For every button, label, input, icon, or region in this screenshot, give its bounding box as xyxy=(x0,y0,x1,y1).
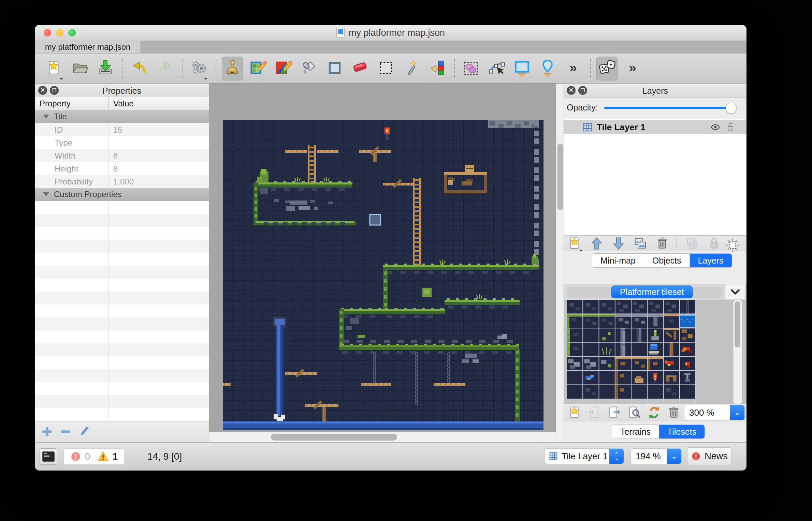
overflow-button[interactable]: » xyxy=(563,57,584,80)
opacity-row: Opacity: xyxy=(566,100,745,116)
magic-wand-button[interactable] xyxy=(401,57,422,80)
reload-tileset-icon[interactable] xyxy=(644,404,664,421)
rect-select-button[interactable] xyxy=(375,57,396,80)
bucket-fill-icon xyxy=(300,59,318,78)
random-mode-button[interactable] xyxy=(596,57,618,80)
wang-brush-button[interactable] xyxy=(273,57,294,80)
duplicate-layer-icon[interactable] xyxy=(631,235,650,252)
select-same-tile-button[interactable] xyxy=(426,57,448,80)
new-map-button[interactable]: ⌄ xyxy=(44,57,65,80)
tileset-zoom-select[interactable]: 300 % ⌄ xyxy=(684,405,745,420)
tileset-vscrollbar-thumb[interactable] xyxy=(735,301,740,347)
dock-tab-objects[interactable]: Objects xyxy=(644,254,690,267)
open-button[interactable] xyxy=(69,57,90,80)
remove-property-icon[interactable] xyxy=(59,425,72,438)
add-property-icon[interactable] xyxy=(40,425,54,438)
highlight-layer-icon[interactable] xyxy=(723,236,742,254)
tileset-tab-tilesets[interactable]: Tilesets xyxy=(659,425,705,438)
chevron-down-icon[interactable]: ⌄ xyxy=(730,405,744,420)
tile-section-header[interactable]: Tile xyxy=(35,110,209,123)
edit-polygons-button[interactable] xyxy=(486,57,507,80)
redo-button[interactable] xyxy=(154,57,175,80)
overflow-button[interactable]: » xyxy=(622,57,643,80)
unlock-icon[interactable] xyxy=(725,121,736,134)
warning-icon xyxy=(97,450,109,463)
map-hscrollbar[interactable] xyxy=(209,432,557,442)
tileset-canvas[interactable] xyxy=(567,300,696,404)
news-button[interactable]: News xyxy=(687,447,731,465)
collapse-triangle-icon[interactable] xyxy=(43,192,49,196)
layer-list[interactable]: Tile Layer 1 xyxy=(564,119,746,236)
map-canvas[interactable] xyxy=(223,120,543,430)
map-hscrollbar-thumb[interactable] xyxy=(271,434,397,441)
console-button[interactable] xyxy=(40,448,57,465)
tileset-menu-chevron-icon[interactable] xyxy=(725,284,745,299)
save-button[interactable] xyxy=(95,57,116,80)
layer-row[interactable]: Tile Layer 1 xyxy=(564,120,746,134)
chevron-down-icon: ⌄ xyxy=(578,247,584,252)
tileset-vscrollbar[interactable] xyxy=(733,300,742,404)
chevron-down-icon[interactable]: ⌄ xyxy=(203,75,208,80)
export-tileset-icon[interactable] xyxy=(605,404,624,421)
edit-property-icon[interactable] xyxy=(77,425,91,438)
error-icon xyxy=(70,451,82,462)
random-mode-icon xyxy=(598,59,616,78)
undo-icon xyxy=(130,59,148,78)
title-bar[interactable]: my platformer map.json xyxy=(35,25,746,41)
dock-tab-layers[interactable]: Layers xyxy=(690,254,732,267)
edit-tileset-icon[interactable] xyxy=(625,404,644,421)
toolbar-separator xyxy=(454,59,455,78)
dock-tab-mini-map[interactable]: Mini-map xyxy=(592,254,644,267)
insert-point-button[interactable] xyxy=(537,57,558,80)
undo-button[interactable] xyxy=(129,57,150,80)
property-row-probability[interactable]: Probability1,000 xyxy=(35,175,209,188)
property-row-type[interactable]: Type xyxy=(35,136,209,149)
duplicate-disabled-icon[interactable] xyxy=(683,235,702,252)
map-vscrollbar-thumb[interactable] xyxy=(557,144,563,210)
collapse-triangle-icon[interactable] xyxy=(43,115,49,119)
property-row-id[interactable]: ID15 xyxy=(35,123,209,136)
window-title: my platformer map.json xyxy=(35,28,746,38)
eraser-button[interactable] xyxy=(350,57,371,80)
status-layer-select[interactable]: Tile Layer 1 ⌃⌄ xyxy=(545,448,624,464)
new-tileset-icon[interactable] xyxy=(565,404,584,421)
embed-tileset-icon[interactable] xyxy=(585,404,604,421)
issues-pill[interactable]: 0 1 xyxy=(63,448,124,465)
delete-tileset-icon[interactable] xyxy=(664,404,683,421)
terrain-brush-button[interactable] xyxy=(247,57,269,80)
tile-layer-icon xyxy=(582,122,593,134)
error-count: 0 xyxy=(85,451,90,462)
tileset-tab-strip: Platformer tileset xyxy=(564,284,746,300)
new-layer-icon[interactable]: ⌄ xyxy=(565,235,584,252)
select-objects-button[interactable] xyxy=(460,57,481,80)
insert-rectangle-button[interactable] xyxy=(511,57,533,80)
updown-chevrons-icon[interactable]: ⌃⌄ xyxy=(609,449,624,464)
opacity-slider-knob[interactable] xyxy=(726,103,737,114)
chevron-down-icon[interactable]: ⌄ xyxy=(667,449,681,464)
run-commands-button[interactable]: ⌄ xyxy=(188,57,209,80)
tileset-tab[interactable]: Platformer tileset xyxy=(611,285,693,298)
lower-layer-icon[interactable] xyxy=(609,235,628,252)
lock-disabled-icon[interactable] xyxy=(705,235,724,252)
tileset-tab-terrains[interactable]: Terrains xyxy=(612,425,659,438)
tileset-view[interactable] xyxy=(564,300,746,404)
property-row-height[interactable]: Height8 xyxy=(35,162,209,175)
chevron-down-icon[interactable]: ⌄ xyxy=(59,75,64,80)
stamp-brush-button[interactable] xyxy=(222,57,243,80)
map-vscrollbar[interactable] xyxy=(556,84,564,442)
toolbar-separator xyxy=(216,59,216,78)
properties-header-row[interactable]: Property Value xyxy=(35,97,209,110)
custom-properties-header[interactable]: Custom Properties xyxy=(35,188,209,201)
delete-layer-icon[interactable] xyxy=(653,235,672,252)
document-tab[interactable]: my platformer map.json xyxy=(35,41,141,53)
status-zoom-select[interactable]: 194 % ⌄ xyxy=(630,448,682,464)
property-label: Width xyxy=(55,151,75,161)
raise-layer-icon[interactable] xyxy=(587,235,606,252)
property-row-width[interactable]: Width8 xyxy=(35,149,209,162)
bucket-fill-button[interactable] xyxy=(299,57,320,80)
shape-fill-button[interactable] xyxy=(324,57,345,80)
opacity-slider-track[interactable] xyxy=(604,107,730,109)
eye-icon[interactable] xyxy=(710,122,721,134)
properties-title-bar: ✕ ❐ Properties xyxy=(35,84,209,98)
map-view[interactable] xyxy=(209,84,564,442)
